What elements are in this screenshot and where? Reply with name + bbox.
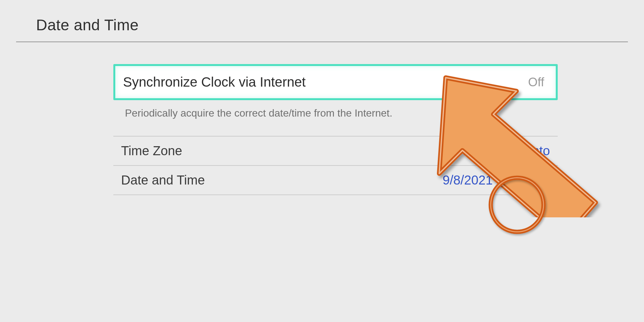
datetime-row[interactable]: Date and Time 9/8/2021 3:59 p.m.	[113, 165, 558, 195]
sync-clock-value: Off	[528, 75, 544, 89]
page-header: Date and Time	[0, 0, 644, 34]
settings-content: Synchronize Clock via Internet Off Perio…	[0, 42, 564, 195]
sync-clock-row[interactable]: Synchronize Clock via Internet Off	[113, 64, 558, 100]
sync-clock-label: Synchronize Clock via Internet	[123, 74, 306, 90]
timezone-row[interactable]: Time Zone New York, Toronto	[113, 136, 558, 165]
page-title: Date and Time	[36, 16, 644, 34]
datetime-value: 9/8/2021 3:59 p.m.	[442, 173, 550, 187]
timezone-value: New York, Toronto	[446, 144, 550, 158]
settings-list: Time Zone New York, Toronto Date and Tim…	[113, 136, 558, 195]
datetime-label: Date and Time	[121, 173, 205, 187]
timezone-label: Time Zone	[121, 144, 182, 158]
sync-clock-description: Periodically acquire the correct date/ti…	[113, 100, 564, 119]
